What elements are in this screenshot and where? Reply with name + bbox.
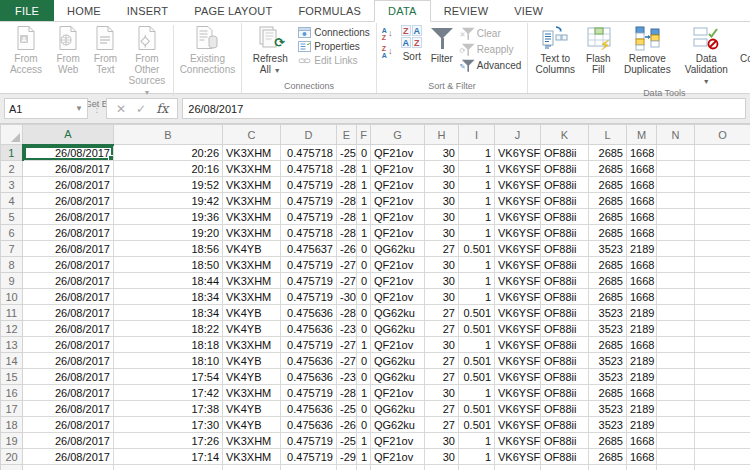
cell-G2[interactable]: QF21ov	[371, 161, 425, 177]
cell-A6[interactable]: 26/08/2017	[23, 225, 114, 241]
cell-E8[interactable]: -27	[337, 257, 357, 273]
cell-empty[interactable]	[281, 465, 337, 470]
cell-C16[interactable]: VK3XHM	[223, 385, 281, 401]
cell-I10[interactable]: 1	[459, 289, 495, 305]
cell-O16[interactable]	[695, 385, 750, 401]
cell-J6[interactable]: VK6YSF	[495, 225, 541, 241]
cell-O15[interactable]	[695, 369, 750, 385]
cell-K5[interactable]: OF88ii	[541, 209, 589, 225]
cell-F6[interactable]: 1	[357, 225, 371, 241]
row-header-8[interactable]: 8	[1, 257, 23, 273]
cell-I7[interactable]: 0.501	[459, 241, 495, 257]
cell-A2[interactable]: 26/08/2017	[23, 161, 114, 177]
cell-D9[interactable]: 0.475719	[281, 273, 337, 289]
row-header-9[interactable]: 9	[1, 273, 23, 289]
cell-K17[interactable]: OF88ii	[541, 401, 589, 417]
cell-L9[interactable]: 2685	[589, 273, 627, 289]
cell-A12[interactable]: 26/08/2017	[23, 321, 114, 337]
cell-L4[interactable]: 2685	[589, 193, 627, 209]
cell-D13[interactable]: 0.475719	[281, 337, 337, 353]
cell-E6[interactable]: -28	[337, 225, 357, 241]
cell-E17[interactable]: -25	[337, 401, 357, 417]
cell-M7[interactable]: 2189	[627, 241, 657, 257]
cell-H1[interactable]: 30	[425, 145, 459, 161]
cell-K19[interactable]: OF88ii	[541, 433, 589, 449]
cell-A7[interactable]: 26/08/2017	[23, 241, 114, 257]
cell-F15[interactable]: 0	[357, 369, 371, 385]
cell-M5[interactable]: 1668	[627, 209, 657, 225]
cell-M6[interactable]: 1668	[627, 225, 657, 241]
row-header-5[interactable]: 5	[1, 209, 23, 225]
cell-C14[interactable]: VK4YB	[223, 353, 281, 369]
cell-L18[interactable]: 3523	[589, 417, 627, 433]
cell-G8[interactable]: QF21ov	[371, 257, 425, 273]
cell-L5[interactable]: 2685	[589, 209, 627, 225]
cell-L8[interactable]: 2685	[589, 257, 627, 273]
cell-B10[interactable]: 18:34	[114, 289, 223, 305]
cell-D10[interactable]: 0.475719	[281, 289, 337, 305]
row-header-16[interactable]: 16	[1, 385, 23, 401]
cell-B9[interactable]: 18:44	[114, 273, 223, 289]
cell-C5[interactable]: VK3XHM	[223, 209, 281, 225]
cell-K6[interactable]: OF88ii	[541, 225, 589, 241]
text-to-columns-button[interactable]: Text to Columns	[532, 23, 578, 75]
cell-D12[interactable]: 0.475636	[281, 321, 337, 337]
cell-J19[interactable]: VK6YSF	[495, 433, 541, 449]
cell-I8[interactable]: 1	[459, 257, 495, 273]
cell-A15[interactable]: 26/08/2017	[23, 369, 114, 385]
cell-G12[interactable]: QG62ku	[371, 321, 425, 337]
cell-O13[interactable]	[695, 337, 750, 353]
consolidate-button[interactable]: Consolidate	[736, 23, 750, 64]
cell-F16[interactable]: 1	[357, 385, 371, 401]
cell-A4[interactable]: 26/08/2017	[23, 193, 114, 209]
cell-F3[interactable]: 1	[357, 177, 371, 193]
cell-I2[interactable]: 1	[459, 161, 495, 177]
cell-K10[interactable]: OF88ii	[541, 289, 589, 305]
cell-empty[interactable]	[695, 465, 750, 470]
cell-K7[interactable]: OF88ii	[541, 241, 589, 257]
cell-K16[interactable]: OF88ii	[541, 385, 589, 401]
cell-O17[interactable]	[695, 401, 750, 417]
reapply-filter-button[interactable]: ⟳ Reapply	[458, 42, 524, 57]
cell-H4[interactable]: 30	[425, 193, 459, 209]
cell-N2[interactable]	[657, 161, 695, 177]
cell-C1[interactable]: VK3XHM	[223, 145, 281, 161]
insert-function-icon[interactable]: fx	[156, 101, 168, 116]
row-header-2[interactable]: 2	[1, 161, 23, 177]
cell-A11[interactable]: 26/08/2017	[23, 305, 114, 321]
cell-G11[interactable]: QG62ku	[371, 305, 425, 321]
cell-B13[interactable]: 18:18	[114, 337, 223, 353]
row-header-14[interactable]: 14	[1, 353, 23, 369]
connections-button[interactable]: Connections	[295, 26, 373, 39]
cell-E7[interactable]: -26	[337, 241, 357, 257]
sort-descending-button[interactable]: ZA↓	[380, 44, 398, 59]
cell-E10[interactable]: -30	[337, 289, 357, 305]
cell-A19[interactable]: 26/08/2017	[23, 433, 114, 449]
row-header-13[interactable]: 13	[1, 337, 23, 353]
cell-N4[interactable]	[657, 193, 695, 209]
cell-N7[interactable]	[657, 241, 695, 257]
cell-N3[interactable]	[657, 177, 695, 193]
cell-G15[interactable]: QG62ku	[371, 369, 425, 385]
cell-N18[interactable]	[657, 417, 695, 433]
cell-J17[interactable]: VK6YSF	[495, 401, 541, 417]
cell-empty[interactable]	[223, 465, 281, 470]
cell-G17[interactable]: QG62ku	[371, 401, 425, 417]
cell-G13[interactable]: QF21ov	[371, 337, 425, 353]
cell-F1[interactable]: 0	[357, 145, 371, 161]
cell-B3[interactable]: 19:52	[114, 177, 223, 193]
column-header-G[interactable]: G	[371, 125, 425, 145]
cell-I20[interactable]: 1	[459, 449, 495, 465]
tab-view[interactable]: VIEW	[501, 0, 556, 21]
cell-H17[interactable]: 27	[425, 401, 459, 417]
column-header-I[interactable]: I	[459, 125, 495, 145]
cell-M15[interactable]: 2189	[627, 369, 657, 385]
cell-G3[interactable]: QF21ov	[371, 177, 425, 193]
cell-M20[interactable]: 1668	[627, 449, 657, 465]
column-header-B[interactable]: B	[114, 125, 223, 145]
cell-J9[interactable]: VK6YSF	[495, 273, 541, 289]
cell-H7[interactable]: 27	[425, 241, 459, 257]
cell-B4[interactable]: 19:42	[114, 193, 223, 209]
cell-A16[interactable]: 26/08/2017	[23, 385, 114, 401]
cell-H3[interactable]: 30	[425, 177, 459, 193]
